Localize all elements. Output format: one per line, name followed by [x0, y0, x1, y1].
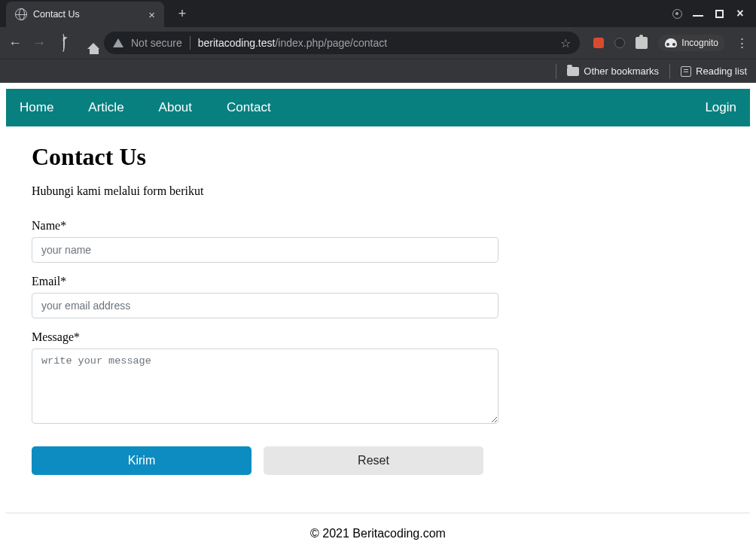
message-textarea[interactable] [32, 349, 498, 424]
browser-tab[interactable]: Contact Us × [6, 2, 164, 27]
form-group-message: Message* [32, 330, 498, 427]
address-bar[interactable]: Not secure beritacoding.test/index.php/p… [104, 32, 580, 54]
divider [669, 64, 670, 79]
warning-icon [113, 38, 123, 47]
footer: © 2021 Beritacoding.com [6, 513, 750, 554]
chrome-account-icon[interactable] [672, 8, 682, 19]
main-nav: Home Article About Contact Login [6, 89, 750, 126]
tab-bar: Contact Us × + × [0, 0, 756, 27]
new-tab-button[interactable]: + [172, 6, 193, 22]
close-window-button[interactable]: × [735, 8, 745, 19]
name-label: Name* [32, 219, 498, 233]
bookmark-star-icon[interactable]: ☆ [560, 36, 571, 50]
reset-button[interactable]: Reset [264, 446, 483, 475]
extension-icon[interactable] [614, 38, 625, 48]
divider [190, 36, 191, 50]
minimize-window-button[interactable] [693, 8, 703, 19]
nav-article[interactable]: Article [88, 100, 123, 115]
divider [556, 64, 556, 79]
back-button[interactable]: ← [8, 35, 23, 51]
browser-menu-button[interactable]: ⋮ [736, 37, 748, 50]
close-tab-button[interactable]: × [148, 9, 155, 20]
message-label: Message* [32, 330, 498, 344]
toolbar-right: Incognito ⋮ [589, 35, 748, 51]
forward-button[interactable]: → [32, 35, 47, 51]
email-label: Email* [32, 275, 498, 288]
nav-login[interactable]: Login [705, 100, 736, 115]
url-text: beritacoding.test/index.php/page/contact [198, 37, 387, 49]
tab-title: Contact Us [33, 9, 142, 20]
reload-button[interactable] [56, 35, 71, 51]
button-row: Kirim Reset [32, 446, 483, 475]
form-group-name: Name* [32, 219, 498, 263]
reading-list-icon [681, 66, 691, 77]
reading-list-button[interactable]: Reading list [681, 65, 747, 77]
nav-about[interactable]: About [159, 100, 192, 115]
incognito-icon [665, 38, 677, 47]
nav-home[interactable]: Home [20, 100, 53, 115]
not-secure-label: Not secure [131, 37, 182, 49]
extension-icon[interactable] [593, 38, 604, 48]
browser-chrome: Contact Us × + × ← → Not secure beritaco… [0, 0, 756, 83]
window-controls: × [672, 8, 756, 19]
other-bookmarks-button[interactable]: Other bookmarks [567, 65, 659, 77]
bookmarks-bar: Other bookmarks Reading list [0, 59, 756, 83]
folder-icon [567, 67, 579, 76]
page-content: Contact Us Hubungi kami melalui form ber… [6, 126, 750, 490]
incognito-badge[interactable]: Incognito [658, 35, 725, 51]
nav-contact[interactable]: Contact [227, 100, 271, 115]
page-subtitle: Hubungi kami melalui form berikut [32, 184, 724, 198]
browser-toolbar: ← → Not secure beritacoding.test/index.p… [0, 27, 756, 59]
globe-icon [15, 8, 27, 20]
footer-text: © 2021 Beritacoding.com [310, 527, 446, 540]
email-input[interactable] [32, 293, 498, 318]
extensions-icon[interactable] [636, 37, 648, 49]
submit-button[interactable]: Kirim [32, 446, 251, 475]
form-group-email: Email* [32, 275, 498, 318]
maximize-window-button[interactable] [714, 8, 724, 19]
page-title: Contact Us [32, 143, 724, 171]
name-input[interactable] [32, 237, 498, 263]
page-viewport: Home Article About Contact Login Contact… [0, 83, 756, 554]
